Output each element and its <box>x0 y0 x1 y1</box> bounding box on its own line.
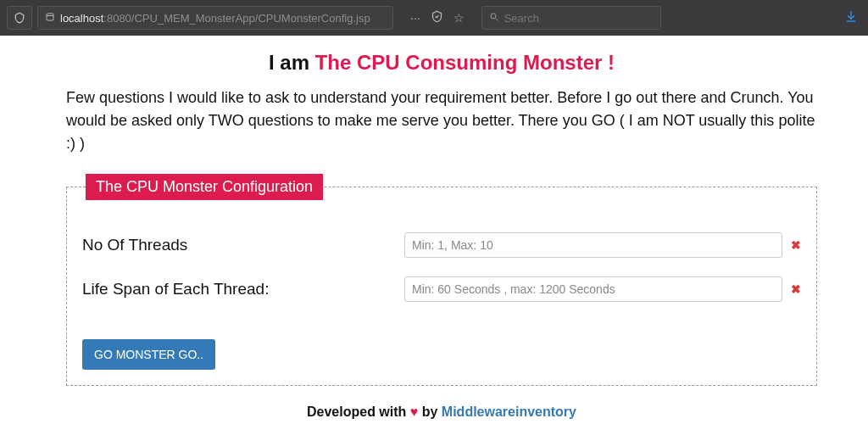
url-text: localhost:8080/CPU_MEM_MonsterApp/CPUMon… <box>60 12 370 25</box>
downloads-icon[interactable] <box>844 9 858 27</box>
svg-point-2 <box>491 14 496 19</box>
footer: Developed with ♥ by Middlewareinventory <box>66 404 817 420</box>
form-row-threads: No Of Threads ✖ <box>82 232 801 258</box>
threads-input[interactable] <box>404 232 782 258</box>
search-input[interactable] <box>504 12 654 25</box>
shield-icon <box>14 12 25 24</box>
url-rest: :8080/CPU_MEM_MonsterApp/CPUMonsterConfi… <box>103 12 370 25</box>
clear-lifespan-icon[interactable]: ✖ <box>791 282 801 296</box>
lifespan-label: Life Span of Each Thread: <box>82 280 404 298</box>
config-fieldset: The CPU Monster Configuration No Of Thre… <box>66 174 817 386</box>
title-highlight: The CPU Consuming Monster ! <box>315 51 615 74</box>
search-bar[interactable] <box>481 6 661 30</box>
url-bar[interactable]: localhost:8080/CPU_MEM_MonsterApp/CPUMon… <box>37 6 393 30</box>
title-prefix: I am <box>269 51 315 74</box>
intro-paragraph: Few questions I would like to ask to und… <box>66 86 817 155</box>
clear-threads-icon[interactable]: ✖ <box>791 238 801 252</box>
footer-prefix: Developed with <box>307 404 410 419</box>
go-monster-button[interactable]: GO MONSTER GO.. <box>82 339 215 370</box>
svg-rect-0 <box>47 14 53 20</box>
lifespan-input[interactable] <box>404 276 782 302</box>
submit-row: GO MONSTER GO.. <box>82 339 801 370</box>
tracking-protection-button[interactable] <box>7 6 32 30</box>
reader-mode-icon[interactable] <box>431 10 443 25</box>
page-action-group: ··· ☆ <box>410 10 465 25</box>
footer-by: by <box>418 404 442 419</box>
form-row-lifespan: Life Span of Each Thread: ✖ <box>82 276 801 302</box>
browser-chrome: localhost:8080/CPU_MEM_MonsterApp/CPUMon… <box>0 0 868 36</box>
threads-label: No Of Threads <box>82 236 404 254</box>
page-content: I am The CPU Consuming Monster ! Few que… <box>0 36 868 420</box>
search-icon <box>489 12 499 25</box>
url-host: localhost <box>60 12 103 25</box>
svg-line-3 <box>495 18 498 20</box>
heart-icon: ♥ <box>410 404 419 419</box>
more-page-actions-icon[interactable]: ··· <box>410 11 420 25</box>
footer-link[interactable]: Middlewareinventory <box>442 404 576 419</box>
page-info-icon <box>45 12 55 25</box>
bookmark-star-icon[interactable]: ☆ <box>453 11 465 25</box>
page-title: I am The CPU Consuming Monster ! <box>66 51 817 75</box>
fieldset-legend: The CPU Monster Configuration <box>86 174 323 200</box>
